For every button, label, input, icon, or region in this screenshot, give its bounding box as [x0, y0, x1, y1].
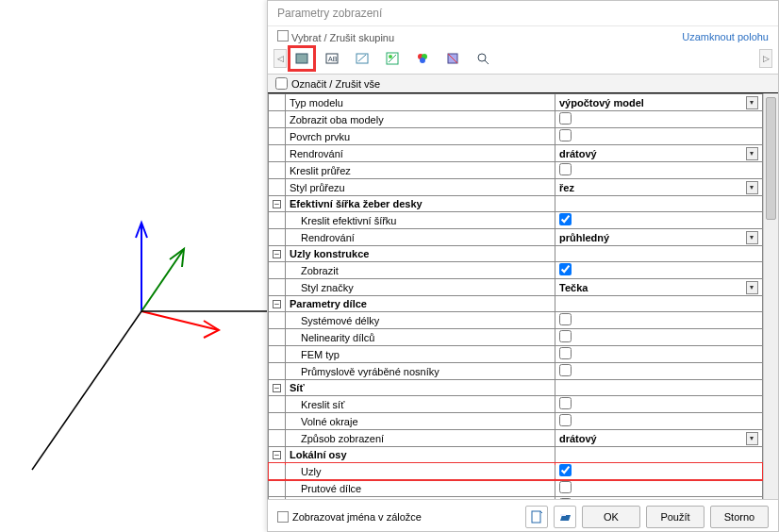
parameter-value[interactable]: průhledný▾: [555, 229, 763, 246]
parameter-checkbox[interactable]: [559, 313, 572, 325]
parameter-checkbox[interactable]: [559, 397, 572, 409]
cancel-button[interactable]: Storno: [710, 506, 769, 528]
save-settings-button[interactable]: [525, 506, 548, 528]
parameter-checkbox[interactable]: [559, 481, 572, 493]
parameter-checkbox[interactable]: [559, 414, 572, 426]
parameter-checkbox[interactable]: [559, 213, 572, 225]
parameter-checkbox[interactable]: [559, 464, 572, 476]
table-row[interactable]: Zobrazit: [269, 262, 763, 279]
table-row[interactable]: −Parametry dílce: [269, 296, 763, 312]
tab-scroll-right[interactable]: ▷: [759, 49, 772, 68]
parameter-value[interactable]: [555, 413, 763, 430]
tree-expander[interactable]: −: [269, 196, 286, 212]
tree-expander[interactable]: −: [269, 380, 286, 396]
table-row[interactable]: Povrch prvku: [269, 128, 763, 145]
apply-button[interactable]: Použít: [646, 506, 704, 528]
table-row[interactable]: Rendrovánídrátový▾: [269, 145, 763, 162]
table-row[interactable]: FEM typ: [269, 346, 763, 363]
parameter-checkbox[interactable]: [559, 364, 572, 376]
parameter-value[interactable]: [555, 497, 763, 500]
tab-loads[interactable]: [380, 47, 405, 70]
tree-expander: [269, 480, 286, 497]
parameter-checkbox[interactable]: [559, 498, 572, 499]
parameter-checkbox[interactable]: [559, 112, 572, 125]
table-row[interactable]: Kreslit síť: [269, 396, 763, 413]
table-row[interactable]: −Síť: [269, 380, 763, 396]
parameter-value[interactable]: Tečka▾: [555, 279, 763, 296]
table-row[interactable]: Způsob zobrazenídrátový▾: [269, 430, 763, 447]
parameter-value[interactable]: [555, 480, 763, 497]
mark-all-checkbox[interactable]: [275, 77, 288, 90]
tree-expander[interactable]: −: [269, 296, 286, 312]
table-row[interactable]: Volné okraje: [269, 413, 763, 430]
table-row[interactable]: −Efektivní šířka žeber desky: [269, 196, 763, 212]
parameter-label: Kreslit síť: [286, 396, 555, 413]
table-row[interactable]: Prvky sítě MKP: [269, 497, 763, 500]
table-row[interactable]: Prutové dílce: [269, 480, 763, 497]
load-settings-button[interactable]: [554, 506, 576, 528]
tab-view[interactable]: [471, 47, 495, 70]
parameter-checkbox[interactable]: [559, 163, 572, 175]
scrollbar-thumb[interactable]: [766, 97, 776, 220]
parameter-value[interactable]: výpočtový model▾: [555, 94, 763, 111]
parameter-value[interactable]: řez▾: [555, 179, 763, 196]
parameter-value[interactable]: [555, 212, 763, 229]
tree-expander[interactable]: −: [269, 447, 286, 463]
chevron-down-icon[interactable]: ▾: [746, 147, 758, 160]
parameter-value[interactable]: [555, 329, 763, 346]
parameter-value[interactable]: [555, 128, 763, 145]
parameter-value[interactable]: [555, 262, 763, 279]
table-row[interactable]: Typ modeluvýpočtový model▾: [269, 94, 763, 111]
parameter-checkbox[interactable]: [559, 263, 572, 275]
model-canvas[interactable]: [0, 0, 267, 532]
tab-colors[interactable]: [410, 47, 435, 70]
select-group-checkbox[interactable]: [277, 30, 289, 42]
table-row[interactable]: Kreslit efektivní šířku: [269, 212, 763, 229]
table-row[interactable]: Rendrováníprůhledný▾: [269, 229, 763, 246]
svg-rect-5: [296, 54, 307, 63]
parameter-value[interactable]: [555, 312, 763, 329]
tab-labels[interactable]: AB: [320, 47, 344, 70]
table-row[interactable]: Systémové délky: [269, 312, 763, 329]
parameter-checkbox[interactable]: [559, 347, 572, 359]
tab-scroll-left[interactable]: ◁: [273, 49, 287, 68]
chevron-down-icon[interactable]: ▾: [746, 281, 758, 294]
chevron-down-icon[interactable]: ▾: [746, 96, 758, 109]
axis-widget: [0, 0, 267, 532]
parameter-value[interactable]: drátový▾: [555, 430, 763, 447]
parameter-label: Kreslit průřez: [286, 162, 555, 179]
table-row[interactable]: Styl značkyTečka▾: [269, 279, 763, 296]
parameter-label: Efektivní šířka žeber desky: [286, 196, 555, 212]
parameter-checkbox[interactable]: [559, 330, 572, 342]
table-row[interactable]: Průmyslově vyráběné nosníky: [269, 363, 763, 380]
table-row[interactable]: Styl průřezuřez▾: [269, 179, 763, 196]
parameter-checkbox[interactable]: [559, 129, 572, 141]
tab-misc[interactable]: [440, 47, 465, 70]
parameter-value[interactable]: [555, 463, 763, 480]
chevron-down-icon[interactable]: ▾: [746, 181, 758, 194]
show-names-checkbox[interactable]: [277, 511, 289, 523]
table-row[interactable]: Uzly: [269, 463, 763, 480]
lock-position-link[interactable]: Uzamknout polohu: [682, 31, 769, 42]
table-row[interactable]: Kreslit průřez: [269, 162, 763, 179]
misc-icon: [445, 51, 460, 66]
parameter-value[interactable]: [555, 396, 763, 413]
table-row[interactable]: Zobrazit oba modely: [269, 111, 763, 128]
tree-expander[interactable]: −: [269, 246, 286, 262]
display-parameters-dialog: Parametry zobrazení Vybrat / Zrušit skup…: [267, 0, 779, 532]
ok-button[interactable]: OK: [582, 506, 640, 528]
chevron-down-icon[interactable]: ▾: [746, 432, 758, 445]
tab-structure[interactable]: [290, 47, 314, 70]
parameter-value[interactable]: [555, 363, 763, 380]
parameter-value[interactable]: [555, 111, 763, 128]
parameter-value[interactable]: drátový▾: [555, 145, 763, 162]
table-row[interactable]: −Lokální osy: [269, 447, 763, 463]
open-icon: [558, 510, 572, 524]
table-row[interactable]: Nelinearity dílců: [269, 329, 763, 346]
parameter-value[interactable]: [555, 162, 763, 179]
parameter-value[interactable]: [555, 346, 763, 363]
vertical-scrollbar[interactable]: [763, 93, 778, 499]
tab-model[interactable]: [350, 47, 374, 70]
chevron-down-icon[interactable]: ▾: [746, 231, 758, 244]
table-row[interactable]: −Uzly konstrukce: [269, 246, 763, 262]
